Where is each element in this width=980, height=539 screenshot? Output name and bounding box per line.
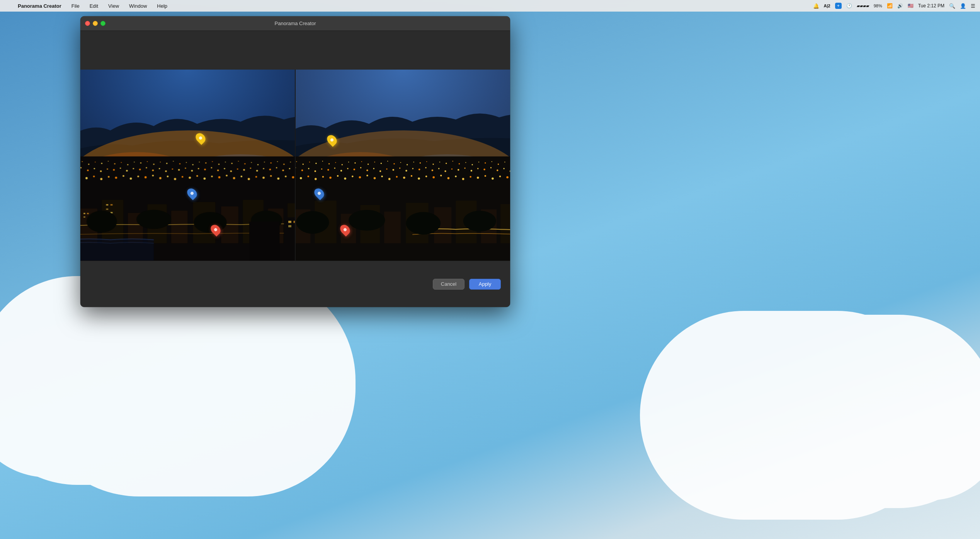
svg-point-20: [173, 161, 174, 162]
svg-point-188: [321, 168, 322, 169]
svg-point-13: [127, 164, 128, 165]
svg-point-18: [160, 162, 161, 162]
svg-point-263: [349, 210, 385, 231]
svg-point-194: [360, 167, 361, 168]
svg-point-131: [194, 212, 226, 233]
apply-button[interactable]: Apply: [469, 279, 501, 290]
svg-point-73: [282, 169, 284, 171]
menubar-search-icon[interactable]: 🔍: [949, 3, 955, 9]
menubar-time-icon[interactable]: 🕐: [846, 3, 852, 9]
blue-pin-right[interactable]: [315, 188, 323, 199]
yellow-pin-left[interactable]: [196, 133, 205, 143]
svg-point-29: [231, 163, 232, 164]
svg-point-246: [485, 175, 486, 177]
svg-point-23: [192, 164, 193, 165]
svg-rect-114: [171, 211, 188, 243]
svg-point-70: [263, 168, 264, 169]
svg-point-211: [471, 170, 472, 171]
svg-point-249: [506, 176, 509, 179]
svg-point-98: [226, 175, 227, 176]
svg-point-163: [393, 163, 395, 164]
svg-point-93: [189, 177, 191, 179]
svg-point-86: [137, 176, 139, 177]
svg-rect-140: [288, 225, 291, 227]
view-menu[interactable]: View: [107, 2, 121, 10]
svg-point-90: [167, 176, 168, 177]
svg-point-9: [101, 163, 102, 164]
svg-point-64: [224, 168, 225, 169]
menubar-bell-icon[interactable]: 🔔: [813, 3, 819, 9]
svg-point-7: [88, 164, 89, 165]
menubar-volume-icon[interactable]: 🔊: [897, 3, 903, 9]
svg-point-264: [406, 212, 441, 234]
svg-point-80: [93, 176, 95, 177]
edit-menu[interactable]: Edit: [88, 2, 100, 10]
svg-point-210: [464, 167, 465, 169]
svg-point-54: [159, 168, 160, 169]
svg-point-87: [145, 176, 147, 179]
svg-point-229: [359, 176, 361, 179]
menubar-list-icon[interactable]: ☰: [971, 3, 975, 9]
blue-pin-left[interactable]: [188, 188, 196, 199]
svg-point-205: [432, 169, 433, 171]
file-menu[interactable]: File: [70, 2, 81, 10]
yellow-pin-right[interactable]: [328, 135, 336, 145]
red-pin-left[interactable]: [211, 224, 220, 235]
svg-point-57: [178, 169, 180, 171]
menubar-left: Panorama Creator File Edit View Window H…: [5, 2, 169, 10]
svg-point-21: [179, 163, 180, 164]
menubar: Panorama Creator File Edit View Window H…: [0, 0, 980, 12]
svg-point-240: [440, 175, 442, 176]
svg-point-236: [411, 175, 412, 177]
svg-point-152: [322, 161, 323, 162]
svg-rect-120: [83, 213, 85, 214]
svg-point-241: [447, 177, 450, 179]
svg-point-96: [211, 176, 213, 177]
svg-point-166: [413, 162, 414, 162]
menubar-user-icon[interactable]: 👤: [960, 3, 966, 9]
left-city-image: [80, 70, 295, 261]
svg-point-199: [393, 169, 394, 171]
svg-point-58: [185, 167, 186, 169]
menubar-wifi-icon[interactable]: 📶: [887, 3, 893, 9]
svg-point-228: [352, 176, 353, 177]
svg-point-179: [498, 164, 499, 165]
svg-point-129: [87, 211, 117, 232]
window-menu[interactable]: Window: [128, 2, 148, 10]
help-menu[interactable]: Help: [155, 2, 169, 10]
minimize-button[interactable]: [93, 21, 98, 26]
svg-point-37: [283, 164, 284, 165]
app-menu[interactable]: Panorama Creator: [16, 2, 63, 10]
svg-point-79: [85, 177, 88, 179]
apple-menu[interactable]: [5, 5, 8, 7]
cloud-left: [0, 315, 232, 477]
right-image-panel[interactable]: [296, 70, 510, 261]
svg-point-101: [248, 178, 250, 180]
svg-point-237: [418, 177, 420, 180]
svg-point-180: [504, 162, 505, 162]
svg-point-66: [237, 168, 238, 169]
svg-point-71: [269, 169, 271, 170]
svg-point-167: [420, 162, 421, 164]
svg-point-178: [492, 161, 492, 162]
svg-point-50: [133, 168, 134, 169]
svg-point-28: [225, 162, 226, 162]
menubar-flag-icon[interactable]: 🇺🇸: [908, 3, 914, 9]
red-pin-right[interactable]: [341, 224, 349, 235]
menubar-plus-icon[interactable]: +: [835, 3, 842, 9]
svg-point-55: [165, 170, 167, 172]
svg-point-196: [373, 168, 374, 169]
svg-point-48: [120, 167, 121, 169]
close-button[interactable]: [85, 21, 90, 26]
svg-point-164: [400, 162, 401, 163]
maximize-button[interactable]: [100, 21, 105, 26]
svg-point-95: [203, 177, 206, 180]
svg-point-245: [477, 177, 479, 179]
svg-point-15: [140, 162, 141, 164]
svg-point-169: [432, 164, 434, 165]
svg-point-175: [471, 164, 473, 165]
svg-rect-125: [111, 204, 113, 205]
left-image-panel[interactable]: [80, 70, 296, 261]
svg-rect-137: [288, 221, 291, 223]
cancel-button[interactable]: Cancel: [433, 279, 464, 290]
